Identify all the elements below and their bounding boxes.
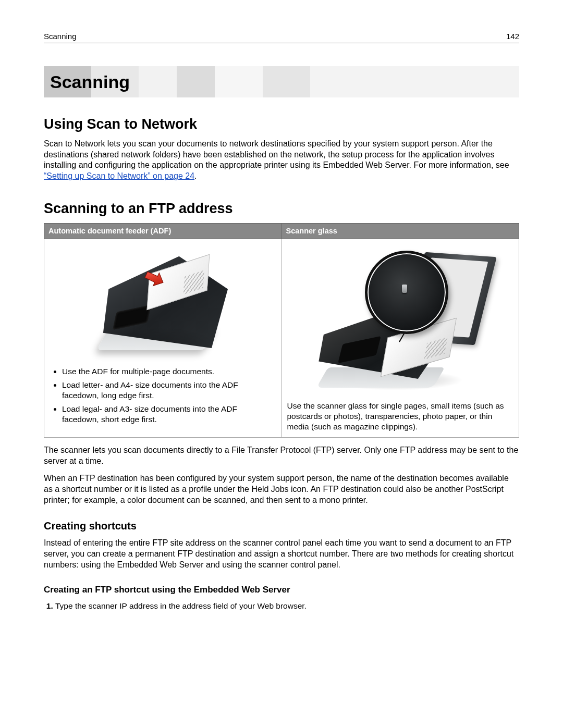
- heading-ews-shortcut: Creating an FTP shortcut using the Embed…: [44, 584, 519, 596]
- ftp-para-1: The scanner lets you scan documents dire…: [44, 445, 519, 467]
- adf-bullets: Use the ADF for multiple-page documents.…: [50, 366, 276, 425]
- callout-magnifier-icon: [365, 251, 448, 334]
- body-text: Scan to Network lets you scan your docum…: [44, 139, 509, 170]
- th-adf: Automatic document feeder (ADF): [44, 224, 282, 239]
- list-item: Use the ADF for multiple-page documents.: [62, 366, 276, 377]
- adf-illustration: [50, 243, 276, 364]
- chapter-title: Scanning: [50, 70, 513, 93]
- creating-shortcuts-body: Instead of entering the entire FTP site …: [44, 538, 519, 570]
- page-header: Scanning 142: [44, 31, 519, 43]
- section-ftp: Scanning to an FTP address Automatic doc…: [44, 200, 519, 611]
- scan-to-network-body: Scan to Network lets you scan your docum…: [44, 139, 519, 182]
- step-item: Type the scanner IP address in the addre…: [55, 601, 519, 611]
- body-text-tail: .: [194, 171, 197, 180]
- scanner-glass-illustration: [287, 243, 514, 401]
- list-item: Load legal- and A3- size documents into …: [62, 404, 276, 425]
- glass-text: Use the scanner glass for single pages, …: [287, 401, 514, 432]
- svg-marker-0: [143, 269, 164, 289]
- heading-scan-to-network: Using Scan to Network: [44, 115, 519, 133]
- th-glass: Scanner glass: [282, 224, 519, 239]
- link-setup-scan-to-network[interactable]: “Setting up Scan to Network” on page 24: [44, 171, 194, 180]
- header-page-number: 142: [506, 31, 519, 42]
- header-section: Scanning: [44, 31, 77, 42]
- chapter-title-bar: Scanning: [44, 66, 519, 97]
- td-glass: Use the scanner glass for single pages, …: [282, 239, 519, 437]
- heading-ftp: Scanning to an FTP address: [44, 200, 519, 218]
- ews-steps: Type the scanner IP address in the addre…: [44, 601, 519, 611]
- load-arrow-icon: [142, 269, 164, 291]
- section-scan-to-network: Using Scan to Network Scan to Network le…: [44, 115, 519, 182]
- td-adf: Use the ADF for multiple-page documents.…: [44, 239, 282, 437]
- scanner-table: Automatic document feeder (ADF) Scanner …: [44, 223, 519, 438]
- ftp-para-2: When an FTP destination has been configu…: [44, 473, 519, 505]
- heading-creating-shortcuts: Creating shortcuts: [44, 519, 519, 533]
- list-item: Load letter- and A4- size documents into…: [62, 380, 276, 401]
